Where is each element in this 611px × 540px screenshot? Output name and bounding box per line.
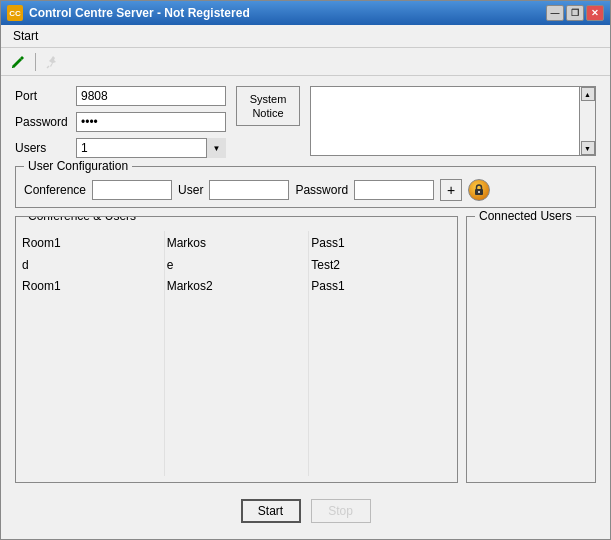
notice-scrollbar: ▲ ▼ [579, 87, 595, 155]
window-title: Control Centre Server - Not Registered [29, 6, 250, 20]
list-item: d [22, 255, 162, 277]
users-select-wrap: 1 2 5 10 ▼ [76, 138, 226, 158]
app-icon: CC [7, 5, 23, 21]
top-section: Port Password Users 1 2 5 10 [15, 86, 596, 158]
svg-point-2 [478, 191, 480, 193]
uc-password-input[interactable] [354, 180, 434, 200]
user-label: User [178, 183, 203, 197]
user-config-row: Conference User Password + [24, 179, 587, 201]
bottom-buttons: Start Stop [15, 491, 596, 529]
connected-users-legend: Connected Users [475, 209, 576, 223]
user-config-group: User Configuration Conference User Passw… [15, 166, 596, 208]
list-item: e [167, 255, 307, 277]
list-item: Markos [167, 233, 307, 255]
titlebar: CC Control Centre Server - Not Registere… [1, 1, 610, 25]
start-button[interactable]: Start [241, 499, 301, 523]
menubar: Start [1, 25, 610, 48]
fields-area: Port Password Users 1 2 5 10 [15, 86, 226, 158]
list-item: Pass1 [311, 276, 451, 298]
connected-users-group: Connected Users [466, 216, 596, 483]
minimize-button[interactable]: — [546, 5, 564, 21]
conference-column: Room1 d Room1 [20, 231, 165, 476]
pin-button[interactable] [42, 51, 64, 73]
toolbar [1, 48, 610, 76]
users-select[interactable]: 1 2 5 10 [76, 138, 226, 158]
user-column: Markos e Markos2 [165, 231, 310, 476]
conference-users-legend: Conference & Users [24, 216, 140, 223]
port-row: Port [15, 86, 226, 106]
password-input[interactable] [76, 112, 226, 132]
list-item: Markos2 [167, 276, 307, 298]
main-window: CC Control Centre Server - Not Registere… [0, 0, 611, 540]
restore-button[interactable]: ❐ [566, 5, 584, 21]
pin-icon [46, 55, 60, 69]
menu-start[interactable]: Start [7, 27, 44, 45]
conference-users-group: Conference & Users Room1 d Room1 Markos … [15, 216, 458, 483]
lock-icon [472, 183, 486, 197]
notice-textarea[interactable] [311, 87, 595, 155]
scroll-up-button[interactable]: ▲ [581, 87, 595, 101]
user-config-legend: User Configuration [24, 159, 132, 173]
password-label: Password [15, 115, 70, 129]
main-content: Port Password Users 1 2 5 10 [1, 76, 610, 539]
notice-textarea-wrap: ▲ ▼ [310, 86, 596, 156]
password-row: Password [15, 112, 226, 132]
system-notice-button[interactable]: System Notice [236, 86, 300, 126]
svg-line-0 [47, 66, 49, 68]
edit-button[interactable] [7, 51, 29, 73]
users-row: Users 1 2 5 10 ▼ [15, 138, 226, 158]
stop-button[interactable]: Stop [311, 499, 371, 523]
list-item: Room1 [22, 233, 162, 255]
bottom-section: Conference & Users Room1 d Room1 Markos … [15, 216, 596, 483]
conference-input[interactable] [92, 180, 172, 200]
port-label: Port [15, 89, 70, 103]
port-input[interactable] [76, 86, 226, 106]
edit-icon [11, 55, 25, 69]
conference-label: Conference [24, 183, 86, 197]
list-item: Pass1 [311, 233, 451, 255]
titlebar-controls: — ❐ ✕ [546, 5, 604, 21]
toolbar-separator [35, 53, 36, 71]
user-input[interactable] [209, 180, 289, 200]
users-label: Users [15, 141, 70, 155]
titlebar-left: CC Control Centre Server - Not Registere… [7, 5, 250, 21]
pass-column: Pass1 Test2 Pass1 [309, 231, 453, 476]
list-item: Room1 [22, 276, 162, 298]
list-item: Test2 [311, 255, 451, 277]
scroll-down-button[interactable]: ▼ [581, 141, 595, 155]
uc-password-label: Password [295, 183, 348, 197]
add-user-button[interactable]: + [440, 179, 462, 201]
close-button[interactable]: ✕ [586, 5, 604, 21]
submit-button[interactable] [468, 179, 490, 201]
